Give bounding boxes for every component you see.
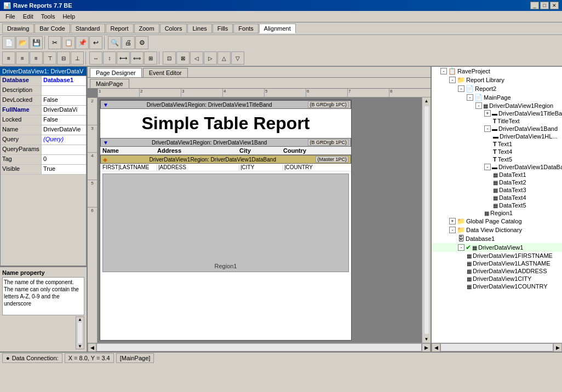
vscroll-down[interactable]: ▼ [423,336,430,343]
tb-btn-print[interactable]: 🖨 [122,36,135,49]
tree-node-ddv1-address[interactable]: ▦ DriverDataView1ADDRESS [432,267,562,275]
canvas-vscroll[interactable]: ▲ ▼ [422,97,431,343]
tree-node-ddv1-lastname[interactable]: ▦ DriverDataView1LASTNAME [432,260,562,267]
expand-ddv1titleband[interactable]: + [484,110,491,117]
expand-dvd[interactable]: - [449,227,456,233]
tb-align-top[interactable]: ⊤ [43,51,56,65]
tab-fills[interactable]: Fills [213,24,233,33]
expand-ddv1band[interactable]: - [484,125,491,132]
tree-node-ddv1-firstname[interactable]: ▦ DriverDataView1FIRSTNAME [432,252,562,260]
tree-node-text5[interactable]: T Text5 [432,155,562,163]
tb-dist-h[interactable]: ↔ [89,51,102,65]
tb-move-down[interactable]: ▽ [231,51,244,65]
tb-btn-cut[interactable]: ✂ [48,36,61,49]
tree-node-ddv1region[interactable]: - ▦ DriverDataView1Region [432,102,562,109]
tree-node-titletext[interactable]: T TitleText [432,117,562,125]
tab-colors[interactable]: Colors [160,24,187,33]
tb-align-middle[interactable]: ⊟ [57,51,70,65]
tb-same-height[interactable]: ⟺ [130,51,144,65]
tree-node-report-library[interactable]: - 📁 Report Library [432,76,562,84]
tree-hscroll[interactable]: ◀ ▶ [432,343,562,351]
prop-value-fullname[interactable]: DriverDataVi [42,106,86,115]
expand-globalpage[interactable]: + [449,218,456,224]
tree-node-datatext4[interactable]: ▦ DataText4 [432,194,562,201]
minimize-button[interactable]: _ [530,2,539,9]
tb-btn-new[interactable]: 📄 [2,36,15,49]
menu-tools[interactable]: Tools [38,12,59,21]
prop-value-visible[interactable]: True [42,165,86,174]
expand-ddv1databand[interactable]: - [484,164,491,170]
menu-edit[interactable]: Edit [20,12,37,21]
tab-alignment[interactable]: Alignment [259,24,296,33]
tb-btn-preview[interactable]: 🔍 [108,36,121,49]
tree-node-datatext5[interactable]: ▦ DataText5 [432,201,562,209]
tb-btn-undo[interactable]: ↩ [89,36,102,49]
vscroll-up[interactable]: ▲ [423,97,430,105]
tab-page-designer[interactable]: Page Designer [90,68,142,77]
tb-same-width[interactable]: ⟷ [117,51,130,65]
hscroll-left[interactable]: ◀ [88,343,96,351]
tab-event-editor[interactable]: Event Editor [143,68,188,77]
menu-file[interactable]: File [2,12,19,21]
tree-node-raveproject[interactable]: - 📋 RaveProject [432,67,562,76]
prop-value-description[interactable] [42,86,86,95]
tb-align-right[interactable]: ≡ [30,51,43,65]
menu-help[interactable]: Help [59,12,78,21]
tab-standard[interactable]: Standard [71,24,105,33]
tree-node-globalpage[interactable]: + 📁 Global Page Catalog [432,217,562,226]
tree-node-datatext3[interactable]: ▦ DataText3 [432,186,562,194]
tb-center-page-h[interactable]: ⊡ [163,51,176,65]
prop-scroll-down[interactable]: ▼ [78,344,82,349]
canvas-hscroll[interactable]: ◀ ▶ [88,343,431,351]
tree-node-database1[interactable]: 🗄 Database1 [432,234,562,243]
expand-ddv1[interactable]: - [458,244,464,251]
tree-node-datatext2[interactable]: ▦ DataText2 [432,178,562,186]
expand-ddv1region[interactable]: - [475,102,482,109]
prop-value-devlocked[interactable]: False [42,96,86,105]
tab-fonts[interactable]: Fonts [233,24,259,33]
tree-node-ddv1-city[interactable]: ▦ DriverDataView1CITY [432,275,562,283]
tree-node-text1[interactable]: T Text1 [432,140,562,148]
maximize-button[interactable]: □ [540,2,549,9]
tree-node-mainpage[interactable]: - 📄 MainPage [432,93,562,102]
tab-barcode[interactable]: Bar Code [35,24,70,33]
tab-drawing[interactable]: Drawing [2,24,34,33]
tb-same-size[interactable]: ⊞ [144,51,157,65]
tb-center-page-v[interactable]: ⊠ [176,51,190,65]
expand-report2[interactable]: - [458,85,464,92]
hscroll-right[interactable]: ▶ [422,343,431,351]
tab-lines[interactable]: Lines [187,24,211,33]
prop-value-query[interactable]: (Query) [42,135,86,145]
design-canvas[interactable]: DriverDataView1Region: DriverDataView1Ti… [98,97,422,343]
tb-btn-settings[interactable]: ⚙ [135,36,148,49]
prop-value-tag[interactable]: 0 [42,155,86,164]
prop-value-queryparams[interactable] [42,145,86,154]
tree-node-ddv1-country[interactable]: ▦ DriverDataView1COUNTRY [432,283,562,290]
hscroll-track[interactable] [96,343,422,351]
tb-btn-open[interactable]: 📂 [16,36,29,49]
expand-raveproject[interactable]: - [440,68,447,74]
tree-node-ddv1titleband[interactable]: + ▬ DriverDataView1TitleBa... [432,109,562,117]
tree-node-text4[interactable]: T Text4 [432,148,562,155]
tree-hscroll-track[interactable] [440,343,553,351]
prop-value-locked[interactable]: False [42,116,86,125]
tb-move-right[interactable]: ▷ [204,51,217,65]
close-button[interactable]: ✕ [550,2,559,9]
tree-hscroll-left[interactable]: ◀ [432,343,440,351]
tree-node-datatext1[interactable]: ▦ DataText1 [432,171,562,178]
tb-align-left[interactable]: ≡ [2,51,15,65]
tree-node-report2[interactable]: - 📄 Report2 [432,84,562,93]
tree-hscroll-right[interactable]: ▶ [553,343,562,351]
tree-node-ddv1band[interactable]: - ▬ DriverDataView1Band [432,125,562,132]
tb-btn-save[interactable]: 💾 [30,36,43,49]
tb-btn-copy[interactable]: 📋 [62,36,75,49]
tab-zoom[interactable]: Zoom [134,24,159,33]
tree-node-region1[interactable]: ▦ Region1 [432,209,562,217]
prop-scroll-up[interactable]: ▲ [78,317,82,322]
tree-node-ddv1databand[interactable]: - ▬ DriverDataView1DataBa... [432,163,562,171]
tb-move-up[interactable]: △ [217,51,231,65]
expand-mainpage[interactable]: - [467,94,473,101]
tb-move-left[interactable]: ◁ [190,51,203,65]
tab-report[interactable]: Report [106,24,134,33]
tb-dist-v[interactable]: ↕ [103,51,116,65]
